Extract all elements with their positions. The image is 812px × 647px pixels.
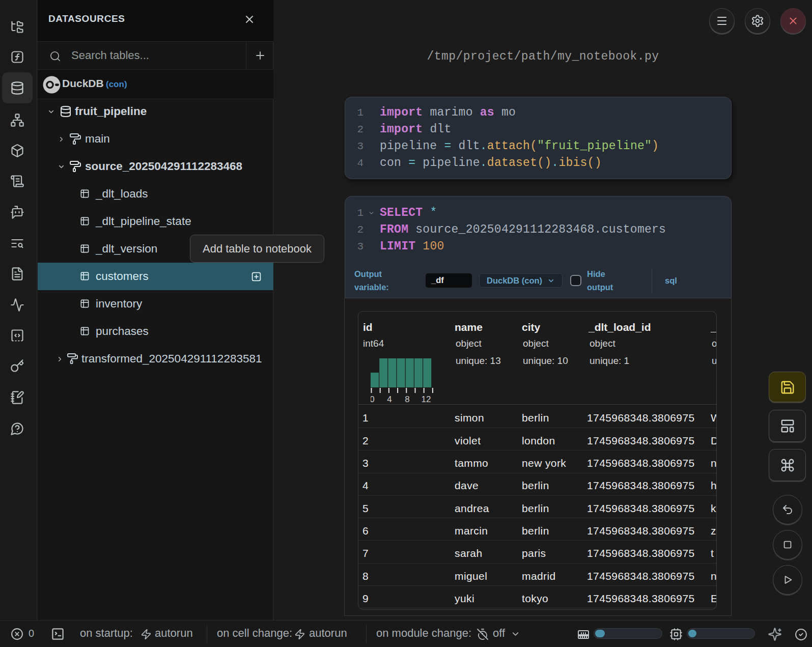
svg-text:8: 8 bbox=[405, 395, 409, 403]
svg-text:0: 0 bbox=[371, 395, 375, 403]
svg-text:4: 4 bbox=[387, 395, 391, 403]
svg-text:12: 12 bbox=[422, 395, 431, 403]
